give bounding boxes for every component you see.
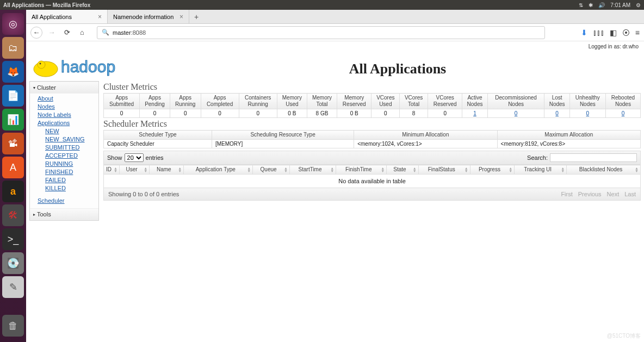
files-icon[interactable]: 🗂 <box>2 37 24 59</box>
search-input[interactable] <box>550 153 637 162</box>
browser-tab[interactable]: All Applications× <box>26 10 108 23</box>
metric-value: 1 <box>462 109 487 118</box>
triangle-right-icon: ▸ <box>33 212 35 217</box>
page-title: All Applications <box>151 61 644 77</box>
cluster-metrics-table: AppsSubmittedAppsPendingAppsRunningAppsC… <box>103 93 641 118</box>
column-header[interactable]: Tracking UI▲▼ <box>515 165 567 175</box>
column-header[interactable]: FinalStatus▲▼ <box>418 165 470 175</box>
sidebar-link[interactable]: Applications <box>38 119 98 127</box>
metric-value: 0 <box>201 109 239 118</box>
dash-icon[interactable]: ◎ <box>2 13 24 35</box>
pager-button[interactable]: Last <box>624 191 636 197</box>
gear-icon[interactable]: ⚙ <box>636 2 641 8</box>
metric-value: 0 <box>544 109 569 118</box>
column-header[interactable]: State▲▼ <box>387 165 418 175</box>
window-title: All Applications — Mozilla Firefox <box>3 2 579 8</box>
metric-value: 0 B <box>337 109 371 118</box>
metric-value: 0 <box>239 109 277 118</box>
pager-button[interactable]: Next <box>607 191 620 197</box>
software-icon[interactable]: A <box>2 157 24 178</box>
column-header: VCoresReserved <box>428 94 462 109</box>
impress-icon[interactable]: 📽 <box>2 133 24 154</box>
sidebar-icon[interactable]: ◧ <box>610 28 617 37</box>
sidebar-scheduler[interactable]: Scheduler <box>38 197 98 205</box>
pager-info: Showing 0 to 0 of 0 entries <box>108 191 179 197</box>
sound-icon[interactable]: 🔊 <box>598 2 605 8</box>
disk-icon[interactable]: 💽 <box>2 252 24 274</box>
column-header[interactable]: FinishTime▲▼ <box>336 165 387 175</box>
pager-button[interactable]: Previous <box>578 191 602 197</box>
column-header[interactable]: StartTime▲▼ <box>289 165 336 175</box>
calc-icon[interactable]: 📊 <box>2 109 24 130</box>
texteditor-icon[interactable]: ✎ <box>2 276 24 298</box>
column-header: UnhealthyNodes <box>569 94 605 109</box>
column-header: ActiveNodes <box>462 94 487 109</box>
column-header: AppsCompleted <box>201 94 239 109</box>
column-header[interactable]: Progress▲▼ <box>470 165 514 175</box>
metric-link[interactable]: 0 <box>515 110 518 116</box>
sidebar-sublink[interactable]: SUBMITTED <box>45 144 98 152</box>
metric-value: 0 <box>104 109 140 118</box>
sidebar-sublink[interactable]: ACCEPTED <box>45 152 98 160</box>
column-header[interactable]: Name▲▼ <box>150 165 184 175</box>
clock[interactable]: 7:01 AM <box>610 2 630 8</box>
writer-icon[interactable]: 📄 <box>2 85 24 107</box>
metric-link[interactable]: 0 <box>622 110 625 116</box>
bluetooth-icon[interactable]: ✱ <box>589 2 593 8</box>
new-tab-button[interactable]: + <box>189 10 203 23</box>
home-button[interactable]: ⌂ <box>76 27 88 39</box>
column-header[interactable]: User▲▼ <box>120 165 150 175</box>
network-icon[interactable]: ⇅ <box>579 2 583 8</box>
url-bar[interactable]: 🔍 master:8088 <box>97 26 545 39</box>
column-header[interactable]: ID▲▼ <box>104 165 120 175</box>
pager-button[interactable]: First <box>561 191 572 197</box>
page-size-select[interactable]: 20 <box>125 153 144 162</box>
library-icon[interactable]: ⫿⫿⫿ <box>593 28 604 37</box>
sidebar-sublink[interactable]: RUNNING <box>45 160 98 168</box>
column-header[interactable]: Queue▲▼ <box>253 165 290 175</box>
scheduler-metrics-title: Scheduler Metrics <box>103 119 641 129</box>
metric-value: 0 <box>569 109 605 118</box>
reload-button[interactable]: ⟳ <box>61 27 73 39</box>
metric-value: [MEMORY] <box>212 140 354 148</box>
close-icon[interactable]: × <box>179 13 183 21</box>
column-header: AppsRunning <box>170 94 201 109</box>
terminal-icon[interactable]: >_ <box>2 228 24 250</box>
column-header[interactable]: Blacklisted Nodes▲▼ <box>567 165 641 175</box>
hadoop-logo[interactable]: hadoop <box>26 49 151 81</box>
sidebar-sublink[interactable]: KILLED <box>45 184 98 192</box>
sidebar-tools[interactable]: ▸Tools <box>30 208 98 220</box>
sidebar-link[interactable]: Nodes <box>38 103 98 111</box>
metric-link[interactable]: 1 <box>473 110 476 116</box>
download-icon[interactable]: ⬇ <box>581 28 587 37</box>
sidebar-sublink[interactable]: FINISHED <box>45 168 98 176</box>
scheduler-metrics-table: Scheduler TypeScheduling Resource TypeMi… <box>103 130 641 148</box>
firefox-icon[interactable]: 🦊 <box>2 61 24 83</box>
sidebar: ▾Cluster AboutNodesNode LabelsApplicatio… <box>29 81 99 221</box>
metric-value: <memory:1024, vCores:1> <box>354 140 497 148</box>
forward-button[interactable]: → <box>46 27 58 39</box>
metric-link[interactable]: 0 <box>586 110 590 116</box>
svg-point-1 <box>38 61 45 69</box>
sidebar-sublink[interactable]: NEW_SAVING <box>45 135 98 144</box>
svg-point-2 <box>40 63 41 65</box>
metric-link[interactable]: 0 <box>555 110 559 116</box>
column-header: MemoryUsed <box>277 94 307 109</box>
sidebar-link[interactable]: Node Labels <box>38 111 98 119</box>
settings-icon[interactable]: 🛠 <box>2 204 24 226</box>
close-icon[interactable]: × <box>98 13 102 21</box>
column-header: Maximum Allocation <box>497 130 640 140</box>
sidebar-link[interactable]: About <box>38 95 98 103</box>
column-header[interactable]: Application Type▲▼ <box>184 165 253 175</box>
show-label: Show <box>107 154 122 161</box>
account-icon[interactable]: ⦿ <box>622 28 630 37</box>
sidebar-sublink[interactable]: FAILED <box>45 176 98 184</box>
back-button[interactable]: ← <box>30 27 42 39</box>
browser-tab[interactable]: Namenode information× <box>108 10 189 23</box>
sidebar-cluster[interactable]: ▾Cluster <box>30 82 98 94</box>
amazon-icon[interactable]: a <box>2 181 24 202</box>
sidebar-sublink[interactable]: NEW <box>45 127 98 135</box>
trash-icon[interactable]: 🗑 <box>2 315 24 337</box>
column-header: Scheduling Resource Type <box>212 130 354 140</box>
menu-icon[interactable]: ≡ <box>635 28 640 37</box>
